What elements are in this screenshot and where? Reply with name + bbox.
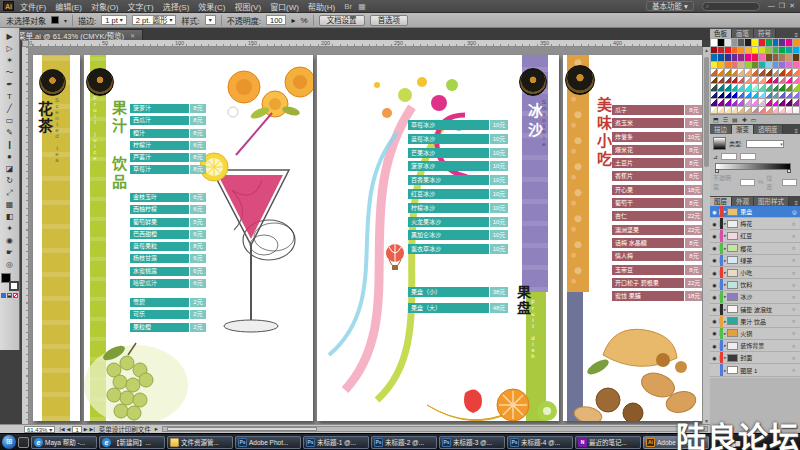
color-swatch[interactable] — [718, 39, 724, 46]
menu-item-row[interactable]: 百香果冰沙10元 — [408, 175, 508, 185]
paintbrush-tool[interactable]: ❙ — [2, 139, 18, 151]
panel-tab[interactable]: 透明度 — [754, 125, 783, 134]
pattern-swatch[interactable] — [766, 92, 772, 99]
menu-item-row[interactable]: 水蜜桃露6元 — [130, 267, 206, 276]
panel-tab[interactable]: 画笔 — [732, 29, 754, 38]
visibility-eye-icon[interactable]: ◉ — [710, 330, 720, 336]
pattern-swatch[interactable] — [738, 92, 744, 99]
type-tool[interactable]: T — [2, 91, 18, 103]
menu-item[interactable]: 对象(O) — [91, 1, 119, 12]
menu-item-price[interactable]: 8元 — [685, 265, 702, 275]
style-dropdown[interactable]: ▾ — [205, 15, 216, 25]
layer-target-icon[interactable]: ○ — [792, 306, 800, 312]
menu-item-price[interactable]: 10元 — [685, 132, 702, 142]
menu-item-name[interactable]: 杨枝甘露 — [130, 254, 189, 263]
pattern-swatch[interactable] — [725, 99, 731, 106]
gradient-tool[interactable]: ◧ — [2, 211, 18, 223]
expand-triangle-icon[interactable]: ▸ — [724, 233, 726, 238]
menu-item-name[interactable]: 百香果冰沙 — [408, 175, 489, 185]
taskbar-button[interactable]: e 【新建网】... — [99, 436, 165, 449]
menu-item-row[interactable]: 香蕉片8元 — [612, 171, 702, 181]
layer-target-icon[interactable]: ○ — [792, 270, 800, 276]
menu-item-row[interactable]: 土豆片8元 — [612, 158, 702, 168]
pattern-swatch[interactable] — [779, 77, 785, 84]
menu-item-name[interactable]: 果盘（大） — [408, 303, 489, 313]
color-swatch[interactable] — [766, 47, 772, 54]
color-swatch[interactable] — [718, 62, 724, 69]
taskbar-button[interactable]: Ps 未标题-4 @... — [507, 436, 573, 449]
vertical-scrollbar[interactable]: ▲ ▼ — [702, 47, 710, 424]
color-swatch[interactable] — [752, 39, 758, 46]
menu-item-row[interactable]: 薰衣草冰沙10元 — [408, 244, 508, 254]
panel-tab[interactable]: 渐变 — [732, 125, 754, 134]
pattern-swatch[interactable] — [732, 77, 738, 84]
opacity-field[interactable]: 100 — [266, 15, 287, 25]
menu-item-price[interactable]: 38元 — [490, 287, 508, 297]
color-swatch[interactable] — [752, 47, 758, 54]
stroke-weight-field[interactable]: 1 pt▾ — [101, 15, 127, 25]
pattern-swatch[interactable] — [725, 92, 731, 99]
last-artboard-icon[interactable]: ▶| — [90, 426, 95, 432]
preferences-button[interactable]: 首选项 — [370, 15, 409, 26]
layer-thumbnail[interactable] — [727, 305, 738, 313]
color-swatch[interactable] — [773, 62, 779, 69]
pattern-swatch[interactable] — [766, 107, 772, 114]
line-segment-tool[interactable]: ╱ — [2, 103, 18, 115]
menu-item-price[interactable]: 2元 — [190, 298, 206, 307]
vertical-ruler[interactable] — [22, 47, 29, 424]
pattern-swatch[interactable] — [711, 84, 717, 91]
menu-item[interactable]: 效果(C) — [198, 1, 225, 12]
menu-item-price[interactable]: 6元 — [190, 279, 206, 288]
artboard-snacks[interactable]: 美味小吃 瓜子8元煮玉米8元炸薯条10元爆米花8元土豆片8元香蕉片8元开心果18… — [563, 55, 702, 421]
menu-item-price[interactable]: 10元 — [490, 161, 508, 171]
brush-definition-field[interactable]: 2 pt. 圆形▾ — [132, 15, 177, 25]
pattern-swatch[interactable] — [766, 77, 772, 84]
menu-item-name[interactable]: 话梅 水晶糖 — [612, 238, 684, 248]
menu-item-row[interactable]: 金枝玉叶6元 — [130, 193, 206, 202]
menu-item-row[interactable]: 哈密瓜汁6元 — [130, 279, 206, 288]
layer-row[interactable]: ◉ ▸ 梅花 ○ — [710, 218, 800, 230]
pattern-swatch[interactable] — [793, 69, 799, 76]
color-swatch[interactable] — [793, 62, 799, 69]
aspect-field[interactable] — [740, 153, 756, 160]
taskbar-button[interactable]: 文件资源管... — [167, 436, 233, 449]
layer-target-icon[interactable]: ○ — [792, 318, 800, 324]
swatch-panel-button[interactable]: ▭ — [751, 116, 757, 123]
menu-item-price[interactable]: 8元 — [685, 145, 702, 155]
menu-item-name[interactable]: 蓝莓果粒 — [130, 242, 189, 251]
layer-name[interactable]: 小吃 — [738, 268, 792, 277]
next-artboard-icon[interactable]: ▶ — [84, 426, 88, 432]
menu-item-name[interactable]: 炸薯条 — [612, 132, 684, 142]
menu-item-name[interactable]: 土豆片 — [612, 158, 684, 168]
pattern-swatch[interactable] — [773, 107, 779, 114]
menu-item-price[interactable]: 2元 — [190, 310, 206, 319]
layer-thumbnail[interactable] — [727, 244, 738, 252]
visibility-eye-icon[interactable]: ◉ — [710, 221, 720, 227]
layer-target-icon[interactable]: ○ — [792, 221, 800, 227]
pattern-swatch[interactable] — [711, 107, 717, 114]
pattern-swatch[interactable] — [759, 77, 765, 84]
menu-item-name[interactable]: 开心果 — [612, 185, 684, 195]
menu-item-price[interactable]: 22元 — [685, 211, 702, 221]
pattern-swatch[interactable] — [738, 107, 744, 114]
menu-item-name[interactable]: 果粒橙 — [130, 323, 189, 332]
menu-item-price[interactable]: 6元 — [190, 205, 206, 214]
color-swatch[interactable] — [711, 62, 717, 69]
angle-field[interactable] — [721, 153, 737, 160]
color-swatch[interactable] — [766, 62, 772, 69]
layer-name[interactable]: 装饰背景 — [738, 341, 792, 350]
menu-item-price[interactable]: 10元 — [490, 189, 508, 199]
layer-thumbnail[interactable] — [727, 342, 738, 350]
menu-item-row[interactable]: 橙汁8元 — [130, 129, 206, 138]
expand-triangle-icon[interactable]: ▸ — [724, 355, 726, 360]
layer-row[interactable]: ◉ ▸ 果汁 饮品 ○ — [710, 316, 800, 328]
pattern-swatch[interactable] — [793, 77, 799, 84]
panel-tab[interactable]: 色板 — [710, 29, 732, 38]
menu-item-name[interactable]: 菠萝冰沙 — [408, 161, 489, 171]
visibility-eye-icon[interactable]: ◉ — [710, 306, 720, 312]
color-swatch[interactable] — [759, 62, 765, 69]
expand-triangle-icon[interactable]: ▸ — [724, 221, 726, 226]
color-swatch[interactable] — [793, 39, 799, 46]
panel-menu-icon[interactable]: ≡ — [794, 200, 798, 206]
pattern-swatch[interactable] — [793, 84, 799, 91]
